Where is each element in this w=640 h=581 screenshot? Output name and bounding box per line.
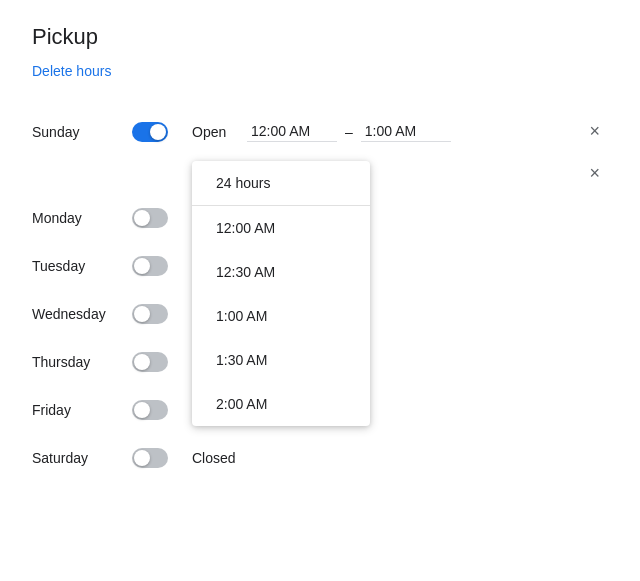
toggle-thumb-friday: [134, 402, 150, 418]
sunday-close-input[interactable]: [361, 121, 451, 142]
sunday-toggle-wrapper[interactable]: [132, 122, 184, 142]
toggle-thumb-wednesday: [134, 306, 150, 322]
sunday-section: Sunday Open – × Opens at –: [32, 103, 608, 194]
sunday-open-input[interactable]: [247, 121, 337, 142]
sunday-status: Open: [192, 124, 247, 140]
toggle-friday[interactable]: [132, 400, 168, 420]
toggle-wrapper-thursday[interactable]: [132, 352, 184, 372]
day-label-wednesday: Wednesday: [32, 306, 132, 322]
sunday-toggle[interactable]: [132, 122, 168, 142]
second-row-close-btn[interactable]: ×: [581, 159, 608, 188]
toggle-thumb-thursday: [134, 354, 150, 370]
toggle-wrapper-monday[interactable]: [132, 208, 184, 228]
toggle-thumb-monday: [134, 210, 150, 226]
sunday-close-btn[interactable]: ×: [581, 117, 608, 146]
status-saturday: Closed: [192, 450, 247, 466]
days-list: Sunday Open – × Opens at –: [32, 103, 608, 482]
toggle-wrapper-tuesday[interactable]: [132, 256, 184, 276]
toggle-wrapper-wednesday[interactable]: [132, 304, 184, 324]
dropdown-item-24h[interactable]: 24 hours: [192, 161, 370, 206]
day-label-tuesday: Tuesday: [32, 258, 132, 274]
page-title: Pickup: [32, 24, 608, 50]
toggle-saturday[interactable]: [132, 448, 168, 468]
dropdown-item-1200am[interactable]: 12:00 AM: [192, 206, 370, 250]
toggle-wrapper-friday[interactable]: [132, 400, 184, 420]
toggle-wednesday[interactable]: [132, 304, 168, 324]
time-dropdown: 24 hours12:00 AM12:30 AM1:00 AM1:30 AM2:…: [192, 161, 370, 426]
toggle-thumb-tuesday: [134, 258, 150, 274]
toggle-tuesday[interactable]: [132, 256, 168, 276]
sunday-time-sep: –: [345, 124, 353, 140]
page-container: Pickup Delete hours Sunday Open –: [0, 0, 640, 506]
dropdown-item-200am[interactable]: 2:00 AM: [192, 382, 370, 426]
delete-hours-link[interactable]: Delete hours: [32, 63, 111, 79]
sunday-label: Sunday: [32, 124, 132, 140]
toggle-thumb-saturday: [134, 450, 150, 466]
day-label-thursday: Thursday: [32, 354, 132, 370]
toggle-monday[interactable]: [132, 208, 168, 228]
dropdown-item-1230am[interactable]: 12:30 AM: [192, 250, 370, 294]
sunday-row: Sunday Open – ×: [32, 103, 608, 160]
sunday-toggle-thumb: [150, 124, 166, 140]
day-label-friday: Friday: [32, 402, 132, 418]
toggle-wrapper-saturday[interactable]: [132, 448, 184, 468]
day-label-monday: Monday: [32, 210, 132, 226]
sunday-time-fields: –: [247, 121, 573, 142]
toggle-thursday[interactable]: [132, 352, 168, 372]
dropdown-item-100am[interactable]: 1:00 AM: [192, 294, 370, 338]
day-label-saturday: Saturday: [32, 450, 132, 466]
day-row-saturday: Saturday Closed: [32, 434, 608, 482]
dropdown-item-130am[interactable]: 1:30 AM: [192, 338, 370, 382]
